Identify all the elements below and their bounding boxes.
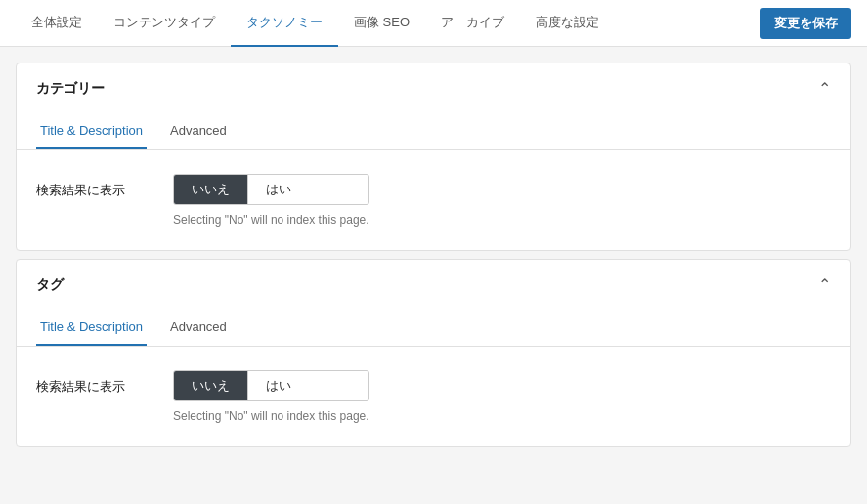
tags-toggle-group: いいえ はい (173, 370, 369, 401)
nav-tabs: 全体設定 コンテンツタイプ タクソノミー 画像 SEO ア カイブ 高度な設定 (16, 0, 760, 47)
categories-section: カテゴリー ⌃ Title & Description Advanced 検索結… (16, 63, 851, 251)
tags-field-control: いいえ はい Selecting "No" will no index this… (173, 370, 369, 423)
categories-chevron-icon: ⌃ (818, 79, 831, 98)
categories-field-hint: Selecting "No" will no index this page. (173, 213, 369, 227)
nav-tab-image-seo[interactable]: 画像 SEO (338, 0, 425, 47)
tags-field-row: 検索結果に表示 いいえ はい Selecting "No" will no in… (36, 370, 831, 423)
tags-toggle-no[interactable]: いいえ (174, 371, 248, 400)
categories-title: カテゴリー (36, 80, 105, 98)
tags-body: 検索結果に表示 いいえ はい Selecting "No" will no in… (17, 347, 850, 446)
section-separator (0, 251, 867, 259)
categories-subtabs: Title & Description Advanced (17, 113, 850, 150)
categories-field-label: 検索結果に表示 (36, 174, 153, 199)
tags-tab-title-desc[interactable]: Title & Description (36, 310, 147, 346)
categories-tab-advanced[interactable]: Advanced (166, 113, 231, 149)
categories-toggle-group: いいえ はい (173, 174, 369, 205)
tags-title: タグ (36, 276, 64, 294)
categories-body: 検索結果に表示 いいえ はい Selecting "No" will no in… (17, 150, 850, 250)
tags-tab-advanced[interactable]: Advanced (166, 310, 231, 346)
save-button[interactable]: 変更を保存 (760, 8, 851, 39)
tags-field-hint: Selecting "No" will no index this page. (173, 409, 369, 423)
categories-header[interactable]: カテゴリー ⌃ (17, 63, 850, 113)
categories-tab-title-desc[interactable]: Title & Description (36, 113, 147, 149)
nav-tab-general[interactable]: 全体設定 (16, 0, 98, 47)
top-nav: 全体設定 コンテンツタイプ タクソノミー 画像 SEO ア カイブ 高度な設定 … (0, 0, 867, 47)
categories-field-row: 検索結果に表示 いいえ はい Selecting "No" will no in… (36, 174, 831, 227)
categories-toggle-no[interactable]: いいえ (174, 175, 248, 204)
tags-chevron-icon: ⌃ (818, 275, 831, 294)
nav-tab-content-type[interactable]: コンテンツタイプ (98, 0, 231, 47)
tags-header[interactable]: タグ ⌃ (17, 260, 850, 310)
nav-tab-taxonomies[interactable]: タクソノミー (231, 0, 338, 47)
categories-field-control: いいえ はい Selecting "No" will no index this… (173, 174, 369, 227)
main-content: カテゴリー ⌃ Title & Description Advanced 検索結… (0, 63, 867, 447)
nav-tab-archives[interactable]: ア カイブ (425, 0, 520, 47)
tags-section: タグ ⌃ Title & Description Advanced 検索結果に表… (16, 259, 851, 447)
tags-field-label: 検索結果に表示 (36, 370, 153, 396)
categories-toggle-yes[interactable]: はい (248, 175, 309, 204)
nav-tab-advanced[interactable]: 高度な設定 (520, 0, 615, 47)
tags-subtabs: Title & Description Advanced (17, 310, 850, 347)
tags-toggle-yes[interactable]: はい (248, 371, 309, 400)
